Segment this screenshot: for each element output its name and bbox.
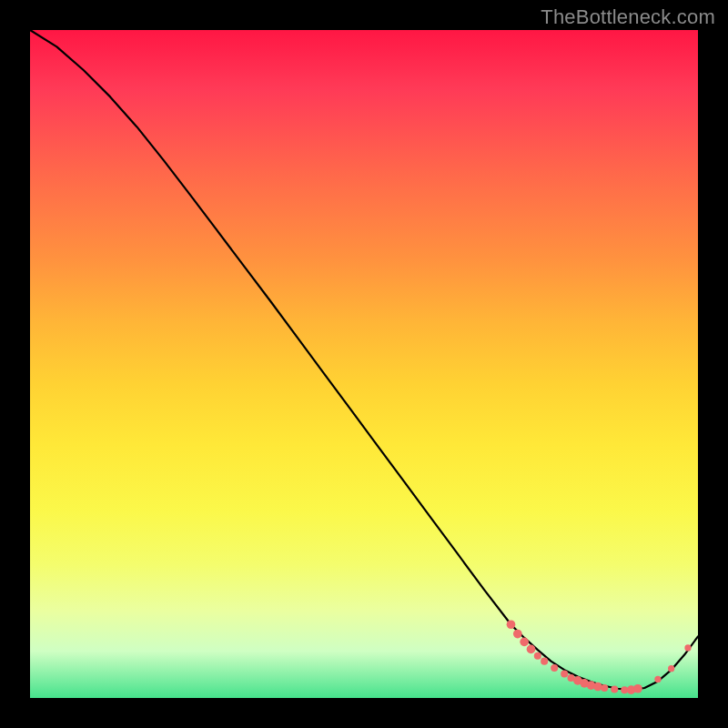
data-marker <box>668 665 674 672</box>
curve-markers <box>507 620 692 694</box>
data-marker <box>561 671 568 678</box>
data-marker <box>611 685 618 693</box>
data-marker <box>633 684 642 693</box>
chart-plot-area <box>30 30 698 698</box>
data-marker <box>551 664 558 672</box>
data-marker <box>654 676 661 682</box>
chart-stage: TheBottleneck.com <box>0 0 728 728</box>
curve-line <box>30 30 698 690</box>
data-marker <box>684 644 691 651</box>
watermark-text: TheBottleneck.com <box>541 5 715 29</box>
data-marker <box>507 620 516 629</box>
data-marker <box>534 652 541 660</box>
chart-svg <box>30 30 698 698</box>
data-marker <box>601 684 608 692</box>
data-marker <box>593 682 602 692</box>
data-marker <box>541 658 548 665</box>
data-marker <box>520 638 529 647</box>
data-marker <box>513 630 522 639</box>
data-marker <box>527 645 536 654</box>
